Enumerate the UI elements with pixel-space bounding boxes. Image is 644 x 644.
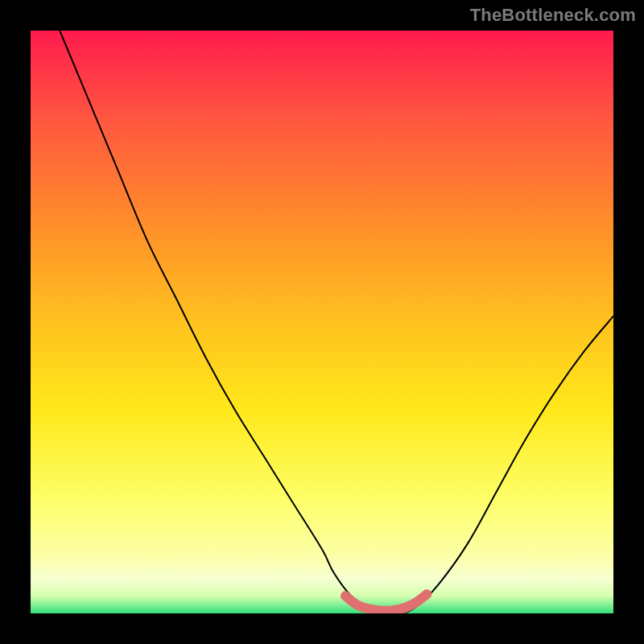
chart-background: [31, 31, 613, 613]
chart-stage: TheBottleneck.com: [0, 0, 644, 644]
watermark-text: TheBottleneck.com: [470, 5, 636, 26]
bottleneck-chart: [31, 31, 613, 613]
plot-area: [31, 31, 613, 613]
